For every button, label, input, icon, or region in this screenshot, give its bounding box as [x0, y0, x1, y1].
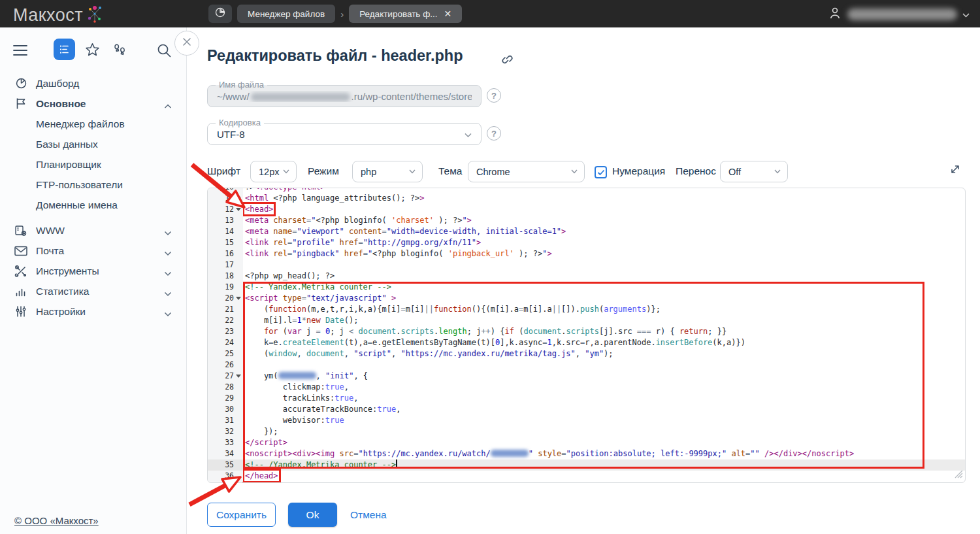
- chevron-down-icon: [164, 247, 172, 259]
- chevron-down-icon: [164, 267, 172, 279]
- editor-line-30[interactable]: 30 accurateTrackBounce:true,: [208, 404, 965, 415]
- close-panel-button[interactable]: [174, 31, 199, 56]
- fold-arrow-icon[interactable]: [236, 197, 241, 200]
- line-number: 24: [208, 337, 243, 348]
- editor-line-17[interactable]: 17: [208, 259, 965, 271]
- link-icon[interactable]: [500, 52, 514, 68]
- editor-line-23[interactable]: 23 for (var j = 0; j < document.scripts.…: [208, 326, 965, 337]
- editor-line-34[interactable]: 34<noscript><div><img src="https://mc.ya…: [208, 448, 965, 459]
- checkmark-icon: [597, 169, 605, 176]
- editor-line-29[interactable]: 29 trackLinks:true,: [208, 393, 965, 404]
- editor-line-19[interactable]: 19<!-- Yandex.Metrika counter -->: [208, 282, 965, 293]
- tab-file-manager[interactable]: Менеджер файлов: [237, 5, 335, 23]
- footprints-icon[interactable]: [112, 42, 128, 60]
- editor-line-28[interactable]: 28 clickmap:true,: [208, 382, 965, 393]
- user-icon: [828, 6, 842, 23]
- editor-line-12[interactable]: 12<head>: [208, 204, 965, 215]
- editor-line-27[interactable]: 27 ym(, "init", {: [208, 371, 965, 382]
- text-caret: [396, 459, 397, 469]
- editor-line-26[interactable]: 26: [208, 359, 965, 371]
- editor-line-10[interactable]: 10?><!doctype html>: [208, 188, 965, 193]
- encoding-help-icon[interactable]: ?: [487, 126, 501, 141]
- line-number: 29: [208, 393, 243, 404]
- chevron-down-icon: [164, 288, 172, 299]
- wrap-select[interactable]: Off: [720, 161, 788, 182]
- editor-line-16[interactable]: 16<link rel="pingback" href="<?php blogi…: [208, 248, 965, 259]
- code-text: <meta name="viewport" content="width=dev…: [243, 226, 566, 237]
- line-number: 10: [208, 188, 243, 193]
- sidebar-item-label: Основное: [36, 98, 86, 110]
- logo[interactable]: Макхост: [13, 4, 104, 26]
- editor-line-33[interactable]: 33</script>: [208, 437, 965, 448]
- editor-line-36[interactable]: 36</head>: [208, 471, 965, 482]
- sidebar-item[interactable]: Настройки: [0, 301, 186, 322]
- code-text: ym(, "init", {: [243, 371, 368, 382]
- hamburger-menu-icon[interactable]: [13, 44, 27, 59]
- font-size-select[interactable]: 12px: [250, 161, 297, 182]
- filename-field[interactable]: Имя файла ~/www/.ru/wp-content/themes/st…: [207, 85, 482, 107]
- line-number: 20: [208, 293, 243, 304]
- mode-select[interactable]: php: [352, 161, 423, 182]
- code-text: <meta charset="<?php bloginfo( 'charset'…: [243, 215, 472, 226]
- editor-line-11[interactable]: 11<html <?php language_attributes(); ?>>: [208, 193, 965, 204]
- line-number: 13: [208, 215, 243, 226]
- editor-line-15[interactable]: 15<link rel="profile" href="http://gmpg.…: [208, 237, 965, 248]
- editor-line-18[interactable]: 18<?php wp_head(); ?>: [208, 271, 965, 282]
- editor-line-35[interactable]: 35<!-- /Yandex.Metrika counter -->: [208, 459, 965, 471]
- chevron-down-icon: [774, 169, 781, 174]
- filename-field-label: Имя файла: [216, 80, 267, 90]
- user-menu[interactable]: [828, 6, 970, 23]
- tab-close-icon[interactable]: ✕: [444, 9, 452, 18]
- dashboard-tab-button[interactable]: [208, 5, 232, 23]
- fold-arrow-icon[interactable]: [236, 297, 241, 300]
- favorites-star-icon[interactable]: [85, 42, 100, 59]
- sidebar-item[interactable]: Инструменты: [0, 261, 186, 281]
- editor-line-24[interactable]: 24 k=e.createElement(t),a=e.getElementsB…: [208, 337, 965, 348]
- code-editor[interactable]: 10?><!doctype html>11<html <?php languag…: [207, 188, 966, 483]
- tab-edit-file[interactable]: Редактировать ф... ✕: [349, 5, 462, 23]
- encoding-select[interactable]: Кодировка UTF-8: [207, 123, 482, 145]
- editor-line-32[interactable]: 32 });: [208, 426, 965, 437]
- filename-help-icon[interactable]: ?: [487, 88, 501, 103]
- menu-list-button[interactable]: [54, 39, 75, 60]
- fold-arrow-icon[interactable]: [236, 208, 241, 211]
- editor-line-13[interactable]: 13<meta charset="<?php bloginfo( 'charse…: [208, 215, 965, 226]
- editor-line-22[interactable]: 22 m[i].l=1*new Date();: [208, 315, 965, 326]
- fold-arrow-icon[interactable]: [236, 375, 241, 378]
- line-number: 32: [208, 426, 243, 437]
- sidebar-item[interactable]: Почта: [0, 241, 186, 261]
- sidebar-item[interactable]: WWW: [0, 220, 186, 241]
- encoding-field-label: Кодировка: [216, 118, 264, 127]
- mode-label: Режим: [308, 165, 339, 177]
- sidebar-item[interactable]: Доменные имена: [0, 195, 186, 215]
- username-redacted: [847, 8, 957, 20]
- encoding-value: UTF-8: [217, 129, 245, 140]
- editor-line-14[interactable]: 14<meta name="viewport" content="width=d…: [208, 226, 965, 237]
- sidebar-item[interactable]: Базы данных: [0, 134, 186, 154]
- line-number: 26: [208, 359, 243, 371]
- sidebar-item[interactable]: Планировщик: [0, 154, 186, 175]
- line-number: 35: [208, 459, 243, 471]
- line-number: 11: [208, 193, 243, 204]
- code-text: k=e.createElement(t),a=e.getElementsByTa…: [243, 337, 745, 348]
- sidebar-item[interactable]: Статистика: [0, 281, 186, 301]
- sidebar-item[interactable]: Основное: [0, 93, 186, 114]
- editor-line-25[interactable]: 25 (window, document, "script", "https:/…: [208, 348, 965, 359]
- fullscreen-expand-icon[interactable]: [949, 163, 961, 178]
- numbering-checkbox[interactable]: [595, 166, 607, 178]
- editor-line-31[interactable]: 31 webvisor:true: [208, 415, 965, 426]
- save-button[interactable]: Сохранить: [207, 503, 276, 527]
- chevron-down-icon: [962, 8, 970, 20]
- sidebar-item[interactable]: Менеджер файлов: [0, 114, 186, 134]
- ok-button[interactable]: Ok: [288, 503, 337, 527]
- cancel-button[interactable]: Отмена: [350, 503, 387, 527]
- footer-copyright-link[interactable]: © ООО «Макхост»: [14, 515, 99, 526]
- editor-line-21[interactable]: 21 (function(m,e,t,r,i,k,a){m[i]=m[i]||f…: [208, 304, 965, 315]
- sidebar-item[interactable]: FTP-пользователи: [0, 175, 186, 195]
- tab-label: Менеджер файлов: [248, 9, 325, 19]
- editor-line-20[interactable]: 20<script type="text/javascript" >: [208, 293, 965, 304]
- theme-select[interactable]: Chrome: [468, 161, 585, 182]
- search-icon[interactable]: [157, 43, 172, 61]
- sidebar-item[interactable]: Дашборд: [0, 73, 186, 93]
- resize-grip-icon[interactable]: [955, 469, 963, 481]
